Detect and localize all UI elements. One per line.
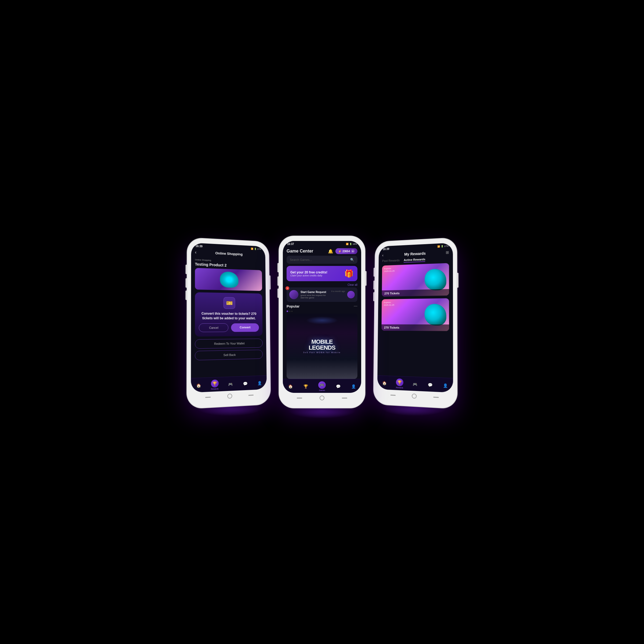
phone3-back-button[interactable]: ‹ (382, 253, 383, 258)
phone1-voucher-icon: 🎫 (224, 297, 235, 309)
back-gesture (205, 397, 211, 398)
reward-1-image (425, 269, 446, 291)
reward-card-1[interactable]: Expires: 2025-01-25 270 Tickets (382, 263, 449, 297)
nav-rewards-label: Rewards (211, 388, 218, 390)
bell-icon[interactable]: 🔔 (328, 249, 333, 254)
add-credits-button[interactable]: + (351, 249, 355, 253)
reward-2-overlay: 270 Tickets (382, 324, 449, 331)
nav3-rewards[interactable]: 🏆 Rewards (396, 378, 403, 389)
reward-1-expires: Expires: 2025-01-25 (384, 267, 394, 273)
phone1-chameleon (220, 272, 238, 288)
nav2-games[interactable]: 🎮 Games (318, 381, 326, 391)
phone1-back-button[interactable]: ‹ (195, 250, 196, 255)
phone1-page-title: Online Shopping (215, 251, 243, 256)
phone-left: 16:39 📶 🔋 17% ‹ Online Shopping Online S… (187, 238, 270, 409)
phone1-screen: 16:39 📶 🔋 17% ‹ Online Shopping Online S… (191, 243, 267, 393)
nav3-rewards-label: Rewards (396, 386, 403, 389)
reward-1-overlay: 270 Tickets (382, 289, 449, 297)
tab-past-rewards[interactable]: Past Rewards (382, 259, 400, 264)
phone2-status-icons: 📶 🔋 18% (346, 243, 357, 245)
game-tagline: 5v5 Fair MOBA for Mobile (303, 351, 341, 354)
sell-back-button[interactable]: Sell Back (195, 350, 263, 360)
rewards-list: Expires: 2025-01-25 270 Tickets (378, 263, 453, 378)
game-card-background: MOBILE LEGENDS 5v5 Fair MOBA for Mobile (287, 314, 357, 379)
game-logo-text: MOBILE LEGENDS (303, 339, 341, 351)
phone1-product-image (195, 268, 262, 291)
popular-title: Popular (287, 304, 299, 308)
credits-amount: 23654 (342, 250, 350, 253)
phone2-header: Game Center 🔔 ⚡ 23654 + (283, 246, 361, 256)
reward-1-tickets: 270 Tickets (384, 291, 446, 295)
carousel-indicator (283, 310, 361, 314)
rewards2-icon[interactable]: 🏆 (303, 383, 309, 389)
game-wing-decoration (306, 316, 338, 324)
home2-icon[interactable]: 🏠 (288, 383, 294, 389)
phone3-home-gesture (412, 393, 417, 398)
mobile-legends-logo: MOBILE LEGENDS 5v5 Fair MOBA for Mobile (303, 339, 341, 354)
gift-icon: 🎁 (344, 269, 354, 278)
nav3-home[interactable]: 🏠 (382, 380, 387, 386)
nav2-rewards[interactable]: 🏆 (303, 383, 309, 389)
phone3-recent-gesture (433, 397, 439, 398)
nav3-games[interactable]: 🎮 (412, 381, 418, 387)
profile3-icon[interactable]: 👤 (442, 382, 448, 389)
tab-active-rewards[interactable]: Active Rewards (404, 258, 425, 263)
games3-icon[interactable]: 🎮 (412, 381, 418, 387)
nav-chat[interactable]: 💬 (242, 380, 248, 387)
profile-icon[interactable]: 👤 (257, 380, 262, 386)
nav2-chat[interactable]: 💬 (335, 383, 341, 389)
rewards3-icon[interactable]: 🏆 (396, 378, 403, 386)
mobile-legends-card[interactable]: MOBILE LEGENDS 5v5 Fair MOBA for Mobile … (287, 314, 357, 379)
nav2-profile[interactable]: 👤 (350, 383, 356, 389)
nav2-games-label: Games (319, 389, 325, 391)
popular-more-icon[interactable]: ⋯ (354, 304, 357, 308)
cancel-button[interactable]: Cancel (199, 323, 228, 332)
nav3-chat[interactable]: 💬 (427, 382, 433, 388)
carousel-dot-active (287, 310, 288, 312)
phone2-screen: 16:37 📶 🔋 18% Game Center 🔔 ⚡ 23654 (283, 241, 361, 393)
search-bar[interactable]: Search Games... 🔍 (287, 256, 357, 264)
phone2-bottom-nav: 🏠 🏆 🎮 Games 💬 👤 (283, 379, 361, 393)
nav-rewards[interactable]: 🏆 Rewards (211, 379, 219, 390)
games2-icon[interactable]: 🎮 (318, 381, 326, 389)
redeem-to-wallet-button[interactable]: Redeem To Your Wallet (195, 338, 263, 349)
phone3-back-gesture (390, 394, 396, 396)
chat-icon[interactable]: 💬 (242, 380, 248, 387)
phone2-page-title: Game Center (287, 249, 313, 254)
home-icon[interactable]: 🏠 (196, 382, 202, 389)
nav2-home[interactable]: 🏠 (288, 383, 294, 389)
credits-badge: ⚡ 23654 + (335, 248, 357, 254)
nav3-profile[interactable]: 👤 (442, 382, 448, 389)
notification-close-button[interactable]: ✕ (286, 286, 289, 290)
phone3-time: 16:39 (383, 247, 389, 251)
reward-2-expires: Expires: 2025-01-25 (384, 301, 394, 307)
notification-time: 8 a month ago (331, 290, 345, 292)
nav-profile[interactable]: 👤 (257, 380, 262, 386)
phone1-breadcrumb: Online Shopping (195, 258, 211, 261)
banner-subtitle: Claim your active credits daily (290, 274, 327, 277)
chat3-icon[interactable]: 💬 (427, 382, 433, 388)
phone2-time: 16:37 (287, 243, 294, 246)
reward-card-2[interactable]: Expires: 2025-01-25 270 Tickets (382, 298, 449, 331)
home3-icon[interactable]: 🏠 (382, 380, 387, 386)
popular-section-header: Popular ⋯ (283, 304, 361, 310)
filter-icon[interactable]: ⊞ (446, 250, 449, 255)
phone2-nav-bar (283, 393, 361, 403)
chat2-icon[interactable]: 💬 (335, 383, 341, 389)
phone2-home-gesture (320, 396, 324, 400)
banner-title: Get your 20 free credits! (290, 270, 327, 274)
convert-button[interactable]: Convert (231, 323, 259, 332)
games-icon[interactable]: 🎮 (228, 381, 233, 387)
profile2-icon[interactable]: 👤 (350, 383, 356, 389)
notification-item: ✕ Start Game Request grand send the requ… (287, 287, 357, 302)
nav-home[interactable]: 🏠 (196, 382, 202, 389)
nav-games[interactable]: 🎮 (228, 381, 233, 387)
phone-center: 16:37 📶 🔋 18% Game Center 🔔 ⚡ 23654 (279, 236, 365, 408)
clear-all-button[interactable]: Clear all (283, 283, 361, 287)
search-icon: 🔍 (350, 258, 354, 262)
notification-action-button[interactable] (347, 291, 355, 298)
rewards-icon[interactable]: 🏆 (211, 379, 219, 387)
phone1-product-title: Testing Product 2 (195, 262, 227, 267)
free-credits-banner[interactable]: Get your 20 free credits! Claim your act… (287, 266, 357, 281)
search-input[interactable]: Search Games... (290, 258, 348, 261)
